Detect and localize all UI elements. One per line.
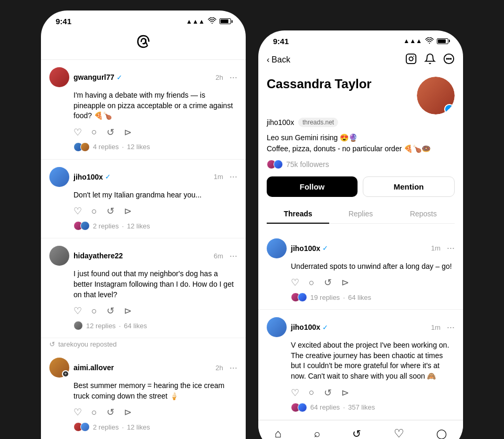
- like-button[interactable]: ♡: [74, 406, 82, 418]
- comment-button[interactable]: ○: [309, 277, 314, 288]
- time: 9:41: [56, 17, 71, 26]
- instagram-icon[interactable]: [405, 53, 417, 67]
- repost-button[interactable]: ↺: [324, 387, 332, 399]
- table-row: jiho100x ✓ 1m ··· Underrated spots to un…: [258, 231, 463, 310]
- comment-button[interactable]: ○: [91, 127, 97, 138]
- tab-threads[interactable]: Threads: [267, 204, 329, 223]
- post-time: 2h: [216, 364, 223, 372]
- avatar: [49, 67, 69, 87]
- repost-button[interactable]: ↺: [324, 277, 332, 288]
- svg-point-8: [450, 58, 452, 59]
- post-stats: 12 replies · 64 likes: [74, 321, 237, 330]
- post-header-right: 1m ···: [431, 322, 455, 333]
- repost-icon: ↺: [49, 340, 55, 348]
- profile-info: Cassandra Taylor ✓ jiho100x threads.net …: [258, 72, 463, 231]
- post-menu-button[interactable]: ···: [447, 322, 455, 333]
- repost-button[interactable]: ↺: [107, 406, 114, 418]
- profile-tab-profile[interactable]: ◯: [436, 428, 447, 439]
- reply-avatars: [291, 292, 307, 302]
- bio-line1: Leo sun Gemini rising 😍🔮: [267, 132, 455, 143]
- profile-followers: 75k followers: [267, 160, 455, 169]
- share-button[interactable]: ⊳: [341, 277, 349, 288]
- comment-button[interactable]: ○: [91, 306, 97, 317]
- verified-icon: ✓: [322, 323, 328, 331]
- more-options-icon[interactable]: [443, 53, 455, 67]
- mention-button[interactable]: Mention: [363, 176, 455, 197]
- follow-button[interactable]: Follow: [267, 176, 358, 197]
- status-icons-profile: ▲▲▲: [403, 37, 448, 45]
- status-bar-profile: 9:41 ▲▲▲: [258, 30, 463, 48]
- post-actions: ♡ ○ ↺ ⊳: [74, 305, 237, 317]
- share-button[interactable]: ⊳: [124, 127, 132, 138]
- username-row: jiho100x ✓: [291, 323, 328, 331]
- username: gwangurl77: [74, 73, 114, 81]
- like-button[interactable]: ♡: [291, 387, 299, 399]
- share-button[interactable]: ⊳: [341, 387, 349, 399]
- post-time: 6m: [214, 252, 223, 260]
- table-row: gwangurl77 ✓ 2h ··· I'm having a debate …: [41, 60, 246, 160]
- post-header: jiho100x ✓ 1m ···: [49, 167, 237, 187]
- reply-avatars: [74, 221, 90, 231]
- post-time: 2h: [216, 74, 223, 81]
- tab-replies[interactable]: Replies: [329, 204, 392, 223]
- post-menu-button[interactable]: ···: [229, 250, 237, 262]
- home-tab-profile[interactable]: ⌂: [275, 427, 281, 439]
- search-tab-profile[interactable]: ⌕: [314, 427, 320, 439]
- username-row: jiho100x ✓: [74, 173, 111, 181]
- like-button[interactable]: ♡: [74, 127, 82, 138]
- notifications-icon[interactable]: [424, 53, 436, 67]
- reply-count: 2 replies: [93, 423, 119, 431]
- post-menu-button[interactable]: ···: [229, 72, 237, 83]
- tab-reposts[interactable]: Reposts: [392, 204, 455, 223]
- share-button[interactable]: ⊳: [124, 205, 132, 217]
- repost-button[interactable]: ↺: [107, 205, 114, 217]
- username-row: jiho100x ✓: [291, 244, 328, 253]
- table-row: jiho100x ✓ 1m ··· V excited about the pr…: [258, 310, 463, 420]
- post-header: + aimi.allover 2h ···: [49, 358, 237, 378]
- post-user-info: jiho100x ✓: [49, 167, 111, 187]
- repost-button[interactable]: ↺: [107, 305, 114, 317]
- avatar: [267, 238, 287, 258]
- post-menu-button[interactable]: ···: [447, 243, 455, 254]
- post-header: jiho100x ✓ 1m ···: [267, 317, 455, 337]
- activity-tab-profile[interactable]: ♡: [394, 427, 404, 439]
- signal-icon-profile: ▲▲▲: [403, 37, 422, 45]
- post-header-right: 1m ···: [214, 171, 237, 182]
- profile-name: Cassandra Taylor: [267, 77, 372, 92]
- post-body: I'm having a debate with my friends — is…: [74, 90, 237, 121]
- back-label: Back: [271, 55, 290, 65]
- comment-button[interactable]: ○: [309, 387, 314, 398]
- bottom-nav-profile: ⌂ ⌕ ↺ ♡ ◯: [258, 420, 463, 439]
- threads-logo: [134, 32, 153, 53]
- post-actions: ♡ ○ ↺ ⊳: [291, 387, 455, 399]
- like-button[interactable]: ♡: [74, 305, 82, 317]
- wifi-icon-profile: [425, 37, 434, 45]
- status-icons: ▲▲▲: [186, 17, 231, 25]
- compose-tab-profile[interactable]: ↺: [352, 427, 361, 439]
- username: jiho100x: [291, 323, 320, 331]
- feed-content: gwangurl77 ✓ 2h ··· I'm having a debate …: [41, 60, 246, 439]
- profile-avatar: ✓: [417, 77, 455, 114]
- avatar-container: +: [49, 358, 69, 378]
- username: aimi.allover: [74, 363, 114, 372]
- comment-button[interactable]: ○: [91, 407, 97, 418]
- comment-button[interactable]: ○: [91, 206, 97, 217]
- reply-count: 12 replies: [86, 322, 116, 330]
- reply-count: 2 replies: [93, 222, 119, 230]
- share-button[interactable]: ⊳: [124, 305, 132, 317]
- post-menu-button[interactable]: ···: [229, 171, 237, 182]
- repost-button[interactable]: ↺: [107, 127, 114, 138]
- post-menu-button[interactable]: ···: [229, 362, 237, 373]
- like-button[interactable]: ♡: [74, 205, 82, 217]
- post-stats: 19 replies · 64 likes: [291, 292, 455, 302]
- phone-feed: 9:41 ▲▲▲: [41, 11, 246, 439]
- table-row: + aimi.allover 2h ··· Best summer memory…: [41, 350, 246, 439]
- svg-point-0: [212, 23, 213, 24]
- like-button[interactable]: ♡: [291, 277, 299, 288]
- profile-name-section: Cassandra Taylor: [267, 77, 372, 92]
- username-row: gwangurl77 ✓: [74, 73, 122, 81]
- reply-avatars: [74, 422, 90, 432]
- table-row: hidayathere22 6m ··· I just found out th…: [41, 238, 246, 338]
- back-button[interactable]: ‹ Back: [267, 55, 290, 65]
- share-button[interactable]: ⊳: [124, 406, 132, 418]
